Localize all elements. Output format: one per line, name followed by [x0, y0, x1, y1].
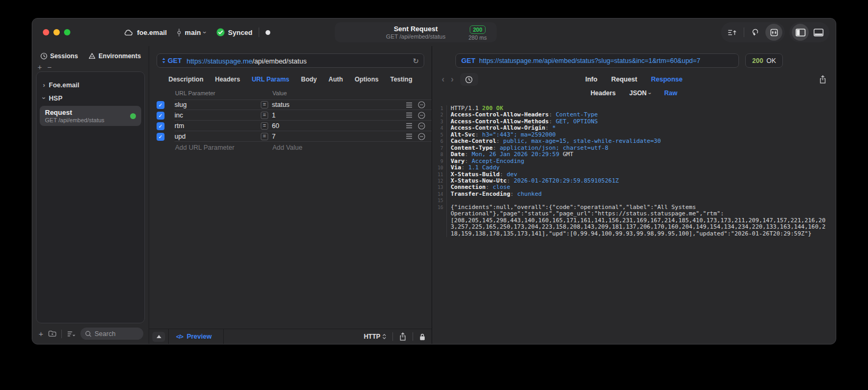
row-menu-icon[interactable]	[406, 112, 413, 118]
close-window-button[interactable]	[43, 29, 49, 35]
tab-request[interactable]: Request	[611, 76, 637, 83]
param-name[interactable]: upd	[175, 133, 261, 140]
line-content: {"incidents":null,"overall":{"code":"ope…	[447, 204, 828, 237]
sent-request-pill[interactable]: Sent Request GET /api/embed/status 200 2…	[335, 22, 497, 42]
toolbar-icons	[721, 22, 829, 42]
param-row[interactable]: ✓inc=1	[149, 110, 432, 121]
tab-body[interactable]: Body	[301, 76, 317, 83]
remove-param-icon[interactable]	[418, 112, 425, 119]
add-session-button[interactable]: +	[38, 64, 42, 70]
branch-selector[interactable]: main ›	[176, 29, 206, 37]
new-group-icon[interactable]	[48, 330, 57, 337]
subtab-json[interactable]: JSON›	[629, 89, 651, 97]
request-url-path[interactable]: /api/embed/status	[252, 57, 307, 65]
row-menu-icon[interactable]	[406, 123, 413, 129]
param-checkbox[interactable]: ✓	[157, 122, 165, 130]
tab-response[interactable]: Response	[651, 76, 683, 83]
chevron-down-icon: ›	[647, 92, 653, 94]
add-param-row[interactable]: Add URL Parameter Add Value	[149, 142, 432, 153]
add-parameter-placeholder[interactable]: Add URL Parameter	[175, 144, 272, 151]
response-line: 14Transfer-Encoding: chunked	[436, 191, 828, 197]
line-content: Transfer-Encoding: chunked	[447, 191, 828, 197]
remove-param-icon[interactable]	[418, 122, 425, 130]
format-lines-icon[interactable]	[724, 24, 741, 41]
branch-name: main	[185, 29, 200, 37]
row-menu-icon[interactable]	[406, 102, 413, 108]
chevron-down-icon: ›	[40, 97, 48, 99]
param-checkbox[interactable]: ✓	[157, 133, 165, 141]
tab-sessions[interactable]: Sessions	[40, 52, 78, 60]
tab-url-params[interactable]: URL Params	[252, 76, 289, 83]
app-window: foe.email main › Synced Sent Request GET…	[32, 18, 836, 344]
sidebar-item-request[interactable]: Request GET /api/embed/status	[40, 106, 141, 126]
response-url-box[interactable]: GET https://statuspage.me/api/embed/stat…	[455, 53, 739, 68]
line-number: 11	[436, 171, 447, 178]
add-request-button[interactable]: +	[39, 329, 43, 338]
param-checkbox[interactable]: ✓	[157, 112, 165, 120]
param-value[interactable]: 7	[272, 133, 400, 140]
subtab-raw[interactable]: Raw	[664, 89, 678, 97]
tab-info[interactable]: Info	[586, 76, 598, 83]
param-name[interactable]: rtm	[175, 122, 261, 130]
protocol-selector[interactable]: HTTP	[364, 333, 386, 340]
nav-forward-icon[interactable]: ›	[451, 75, 453, 84]
tab-options[interactable]: Options	[354, 76, 378, 83]
remove-session-button[interactable]: −	[47, 64, 51, 70]
tab-auth[interactable]: Auth	[328, 76, 343, 83]
tab-description[interactable]: Description	[169, 76, 204, 83]
left-panel-icon[interactable]	[792, 24, 809, 41]
search-input[interactable]: Search	[80, 328, 143, 340]
request-item-subtitle: GET /api/embed/status	[45, 117, 130, 123]
tab-environments[interactable]: Environments	[88, 52, 141, 60]
request-method[interactable]: GET	[168, 57, 182, 65]
remove-param-icon[interactable]	[418, 133, 425, 140]
tab-testing[interactable]: Testing	[390, 76, 413, 83]
param-value[interactable]: status	[272, 101, 400, 108]
request-url-bar[interactable]: GET https://statuspage.me/api/embed/stat…	[157, 53, 424, 68]
param-name[interactable]: inc	[175, 112, 261, 119]
cloud-project[interactable]: foe.email	[123, 29, 167, 37]
equals-icon: =	[261, 122, 268, 130]
minimize-window-button[interactable]	[53, 29, 60, 35]
response-line: 16{"incidents":null,"overall":{"code":"o…	[436, 204, 828, 237]
reload-icon[interactable]: ↻	[413, 57, 419, 65]
tree-item-label: Foe.email	[49, 81, 79, 89]
tree-item-hsp[interactable]: › HSP	[36, 92, 144, 105]
expand-panel-button[interactable]	[152, 332, 165, 342]
param-name[interactable]: slug	[175, 101, 261, 108]
remove-param-icon[interactable]	[418, 101, 425, 108]
sync-loop-icon[interactable]	[747, 24, 764, 41]
line-number: 4	[436, 125, 447, 131]
param-value[interactable]: 60	[272, 122, 400, 130]
param-row[interactable]: ✓upd=7	[149, 131, 432, 142]
param-row[interactable]: ✓slug=status	[149, 99, 432, 110]
line-content: Vary: Accept-Encoding	[447, 158, 828, 165]
share-icon[interactable]	[399, 332, 406, 341]
tree-item-foe-email[interactable]: › Foe.email	[36, 78, 144, 92]
row-menu-icon[interactable]	[406, 133, 413, 139]
sync-status[interactable]: Synced	[216, 28, 252, 37]
export-response-icon[interactable]	[819, 75, 826, 84]
param-checkbox[interactable]: ✓	[157, 101, 165, 109]
send-receive-icon[interactable]	[765, 24, 782, 41]
nav-back-icon[interactable]: ‹	[442, 75, 444, 84]
line-number: 5	[436, 132, 447, 138]
preview-button[interactable]: </> Preview	[169, 333, 223, 340]
zoom-window-button[interactable]	[64, 29, 70, 35]
request-url-host[interactable]: https://statuspage.me	[187, 57, 252, 65]
bottom-bar-separator	[61, 330, 62, 338]
tree-item-label: HSP	[49, 95, 62, 102]
subtab-headers[interactable]: Headers	[590, 89, 615, 97]
add-value-placeholder[interactable]: Add Value	[272, 144, 303, 151]
sidebar-bottom-bar: + Search	[32, 323, 149, 340]
sort-filter-icon[interactable]	[67, 331, 76, 337]
bottom-panel-icon[interactable]	[810, 24, 827, 41]
param-row[interactable]: ✓rtm=60	[149, 121, 432, 131]
preview-label: Preview	[187, 333, 212, 340]
titlebar: foe.email main › Synced Sent Request GET…	[32, 19, 836, 46]
tab-headers[interactable]: Headers	[215, 76, 240, 83]
history-button[interactable]	[460, 73, 478, 86]
param-value[interactable]: 1	[272, 112, 400, 119]
sessions-label: Sessions	[50, 52, 78, 60]
traffic-lights	[43, 29, 70, 35]
